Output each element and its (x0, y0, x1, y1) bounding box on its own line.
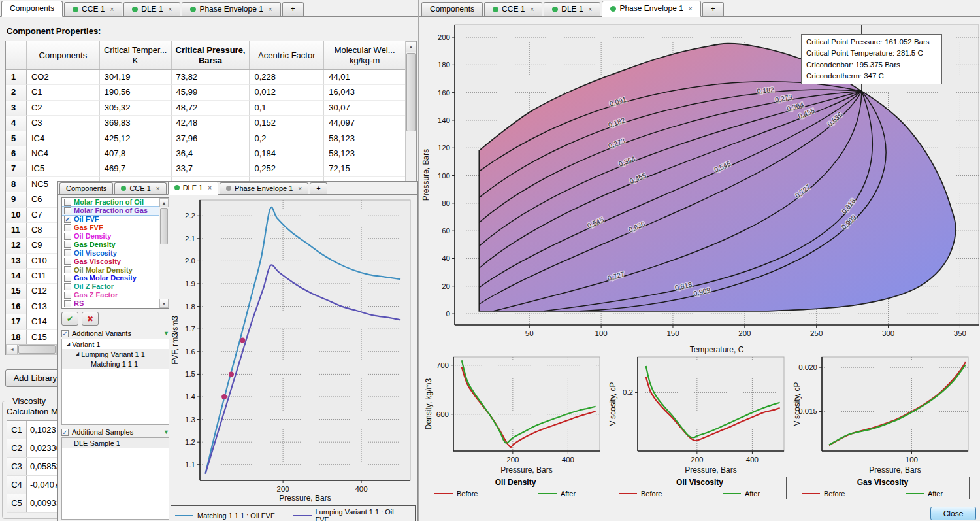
table-cell[interactable]: 2 (6, 85, 27, 100)
tab-cce-1[interactable]: CCE 1× (64, 2, 122, 16)
table-cell[interactable]: 425,12 (100, 131, 172, 146)
close-button[interactable]: Close (930, 507, 976, 520)
table-row[interactable]: 4C3369,8342,480,15244,097 (6, 116, 405, 131)
scroll-down-icon[interactable]: ▼ (159, 299, 169, 308)
table-cell[interactable]: IC4 (27, 131, 100, 146)
table-cell[interactable]: 1 (6, 70, 27, 85)
series-checkbox[interactable] (64, 241, 71, 248)
column-header[interactable]: Components (27, 41, 100, 69)
scroll-up-icon[interactable]: ▲ (406, 41, 416, 52)
table-cell[interactable]: 13 (6, 254, 27, 269)
table-cell[interactable]: 4 (6, 116, 27, 131)
tab-close-icon[interactable]: × (169, 6, 172, 13)
table-cell[interactable]: 14 (6, 269, 27, 284)
table-cell[interactable]: 18 (6, 330, 27, 345)
scroll-left-icon[interactable]: ◄ (7, 345, 18, 354)
table-cell[interactable]: 30,07 (324, 101, 405, 116)
table-cell[interactable]: 73,82 (172, 70, 250, 85)
table-horizontal-scrollbar[interactable]: ◄ (6, 344, 57, 355)
apply-button[interactable]: ✔ (61, 312, 78, 326)
table-cell[interactable]: 190,56 (100, 85, 172, 100)
new-tab-button[interactable]: + (702, 2, 724, 16)
table-cell[interactable]: 10 (6, 208, 27, 223)
table-cell[interactable]: IC5 (27, 161, 100, 176)
new-tab-button[interactable]: + (310, 182, 327, 194)
tab-dle-1[interactable]: DLE 1× (123, 2, 180, 16)
series-list-item[interactable]: Gas Density (62, 240, 159, 248)
series-checkbox[interactable] (64, 207, 71, 214)
table-cell[interactable]: 45,99 (172, 85, 250, 100)
column-header[interactable]: Critical Pressure,Barsa (172, 41, 250, 69)
table-row[interactable]: 7IC5469,733,70,25272,15 (6, 161, 405, 176)
tab-dle-1[interactable]: DLE 1× (168, 181, 218, 195)
table-cell[interactable]: C1 (27, 85, 100, 100)
fvf-chart[interactable]: 2004001.11.21.31.41.51.61.71.81.92.02.12… (170, 195, 416, 507)
series-list-item[interactable]: Oil Density (62, 232, 159, 241)
series-list-item[interactable]: RS (62, 299, 159, 308)
tab-close-icon[interactable]: × (208, 184, 212, 192)
tab-dle-1[interactable]: DLE 1× (544, 2, 600, 16)
table-cell[interactable]: 0,252 (250, 161, 324, 176)
table-row[interactable]: 5IC4425,1237,960,258,123 (6, 131, 405, 146)
series-checkbox[interactable] (64, 266, 71, 273)
table-cell[interactable]: 304,19 (100, 70, 172, 85)
column-header[interactable] (6, 41, 27, 69)
table-cell[interactable]: 9 (6, 192, 27, 207)
table-cell[interactable]: NC4 (27, 146, 100, 161)
series-list-item[interactable]: Molar Fraction of Gas (62, 207, 159, 215)
table-cell[interactable]: 0,152 (250, 116, 324, 131)
table-cell[interactable]: 369,83 (100, 116, 172, 131)
table-cell[interactable]: C2 (27, 101, 100, 116)
table-cell[interactable]: C3 (27, 116, 100, 131)
series-checkbox[interactable] (64, 292, 71, 299)
tab-close-icon[interactable]: × (269, 6, 272, 13)
series-list-item[interactable]: Oil Z Factor (62, 282, 159, 291)
tab-components[interactable]: Components (421, 2, 483, 16)
tab-phase-envelope-1[interactable]: Phase Envelope 1× (182, 2, 280, 16)
table-cell[interactable]: 0,184 (250, 146, 324, 161)
column-header[interactable]: Acentric Factor (250, 41, 324, 69)
additional-variants-checkbox[interactable]: ✓ (61, 330, 69, 337)
table-row[interactable]: 1CO2304,1973,820,22844,01 (6, 70, 405, 85)
table-cell[interactable]: 42,48 (172, 116, 250, 131)
tab-components[interactable]: Components (59, 182, 113, 194)
tab-components[interactable]: Components (1, 1, 63, 17)
table-cell[interactable]: 0,228 (250, 70, 324, 85)
table-cell[interactable]: 305,32 (100, 101, 172, 116)
table-cell[interactable]: 36,4 (172, 146, 250, 161)
scroll-up-icon[interactable]: ▲ (159, 198, 169, 207)
series-checkbox[interactable]: ✓ (64, 216, 71, 223)
series-list-item[interactable]: Gas Viscosity (62, 257, 159, 265)
table-cell[interactable]: 12 (6, 238, 27, 253)
series-checkbox[interactable] (64, 300, 71, 307)
table-row[interactable]: 6NC4407,836,40,18458,123 (6, 146, 405, 161)
table-cell[interactable]: CO2 (27, 70, 100, 85)
table-cell[interactable]: 469,7 (100, 161, 172, 176)
tab-close-icon[interactable]: × (156, 185, 160, 192)
table-cell[interactable]: 0,1 (250, 101, 324, 116)
table-cell[interactable]: 72,15 (324, 161, 405, 176)
series-checkbox[interactable] (64, 258, 71, 265)
table-cell[interactable]: 5 (6, 131, 27, 146)
series-checkbox[interactable] (64, 199, 71, 206)
series-list-item[interactable]: Oil Molar Density (62, 265, 159, 274)
table-cell[interactable]: 7 (6, 161, 27, 176)
series-list-item[interactable]: Gas Z Factor (62, 291, 159, 299)
table-row[interactable]: 3C2305,3248,720,130,07 (6, 101, 405, 116)
oil-viscosity-chart[interactable]: 2004000.2Pressure, BarsViscosity, cP (608, 352, 789, 479)
dropdown-triangle-icon[interactable]: ▼ (163, 330, 169, 337)
additional-samples-checkbox[interactable]: ✓ (61, 429, 69, 436)
table-row[interactable]: 2C1190,5645,990,01216,043 (6, 85, 405, 100)
table-cell[interactable]: 16,043 (324, 85, 405, 100)
tab-phase-envelope-1[interactable]: Phase Envelope 1× (220, 182, 308, 194)
tab-close-icon[interactable]: × (530, 6, 534, 13)
series-list-item[interactable]: Molar Fraction of Oil (62, 198, 159, 207)
table-cell[interactable]: 0,2 (250, 131, 324, 146)
tree-item[interactable]: Matching 1 1 1 (62, 359, 169, 369)
tree-item[interactable]: ◢Lumping Variant 1 1 (62, 349, 169, 359)
tree-expander-icon[interactable]: ◢ (66, 341, 70, 347)
oil-density-chart[interactable]: 200400600700Pressure, BarsDensity, kg/m3 (423, 352, 605, 479)
tab-cce-1[interactable]: CCE 1× (114, 182, 166, 194)
column-header[interactable]: Critical Temper...K (100, 41, 172, 69)
series-checkbox[interactable] (64, 275, 71, 282)
